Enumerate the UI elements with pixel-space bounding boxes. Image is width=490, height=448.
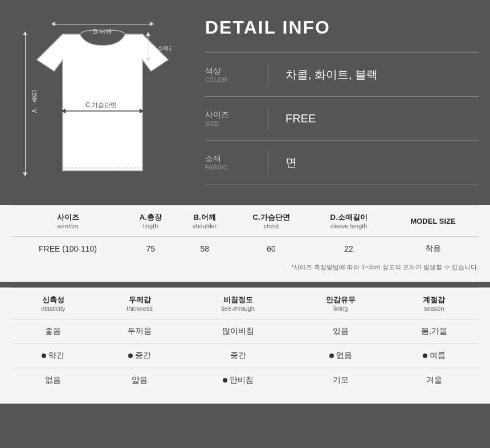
props-cell-1-3: 없음: [292, 344, 390, 368]
color-divider: [268, 63, 268, 86]
detail-title: DETAIL INFO: [205, 17, 479, 38]
props-cell-2-3: 기모: [292, 368, 390, 393]
props-row-0: 좋음 두꺼움 많이비침 있음 봄,가을: [11, 319, 479, 344]
props-th-ko-2: 비침정도: [189, 295, 287, 305]
size-table-header-2: B.어깨 shoulder: [177, 205, 232, 237]
props-cell-1-1: 중간: [95, 344, 184, 368]
props-cell-1-2: 중간: [184, 344, 292, 368]
props-header-3: 안감유무 lining: [292, 288, 390, 319]
arrow-head-right: [150, 22, 154, 26]
size-label-ko: 사이즈: [205, 110, 256, 120]
svg-text:D.소매길이: D.소매길이: [152, 45, 171, 51]
props-table-section: 신축성 elasticity 두께감 thickness 비침정도 see-th…: [0, 287, 490, 404]
props-row-2: 없음 얇음 안비침 기모 겨울: [11, 368, 479, 393]
arrow-head-left: [51, 22, 55, 26]
size-note: *사이즈 측정방법에 따라 1~3cm 정도의 오차가 발생할 수 있습니다.: [11, 261, 479, 276]
svg-marker-7: [146, 32, 150, 36]
h-line: [55, 24, 150, 24]
arrow-head-up: [23, 31, 27, 35]
props-cell-2-1: 얇음: [95, 368, 184, 393]
size-table-section: 사이즈 size/cm A.총장 lingth B.어깨 shoulder C.…: [0, 205, 490, 282]
th-ko-4: D.소매길이: [315, 212, 383, 223]
size-label: 사이즈 SIZE: [205, 110, 256, 127]
props-cell-0-2: 많이비침: [184, 319, 292, 344]
th-en-2: shoulder: [181, 223, 228, 229]
fabric-divider: [268, 151, 268, 174]
dot-icon: [423, 354, 427, 358]
size-value: FREE: [280, 112, 316, 125]
tshirt-diagram: B.어깨 A.총장: [17, 17, 188, 194]
fabric-label-en: FABRIC: [205, 164, 256, 171]
props-cell-1-0: 약간: [11, 344, 95, 368]
size-cell-1: 75: [124, 237, 177, 261]
color-label-ko: 색상: [205, 66, 256, 76]
color-row: 색상 COLOR 차콜, 화이트, 블랙: [205, 53, 479, 97]
detail-info: DETAIL INFO 색상 COLOR 차콜, 화이트, 블랙 사이즈 SIZ…: [205, 17, 479, 184]
tshirt-svg: C.가슴단면 D.소매길이: [34, 28, 171, 182]
props-th-en-1: thickness: [100, 305, 179, 312]
color-label: 색상 COLOR: [205, 66, 256, 83]
arrow-head-down: [23, 172, 27, 176]
svg-text:C.가슴단면: C.가슴단면: [85, 101, 117, 108]
size-table-row: FREE (100-110) 75 58 60 22 착용: [11, 237, 479, 261]
th-en-1: lingth: [129, 223, 172, 229]
props-cell-0-4: 봄,가을: [390, 319, 479, 344]
props-cell-2-4: 겨울: [390, 368, 479, 393]
size-cell-4: 22: [310, 237, 387, 261]
size-cell-0: FREE (100-110): [11, 237, 124, 261]
th-en-3: chest: [237, 223, 305, 229]
size-table-header-1: A.총장 lingth: [124, 205, 177, 237]
dot-icon: [42, 354, 46, 358]
size-table-header-5: MODEL SIZE: [387, 205, 479, 237]
size-table-header-4: D.소매길이 sleeve length: [310, 205, 387, 237]
dot-icon: [329, 354, 334, 358]
dot-icon: [128, 354, 133, 358]
props-th-en-2: see-through: [189, 305, 287, 312]
info-rows: 색상 COLOR 차콜, 화이트, 블랙 사이즈 SIZE FREE: [205, 52, 479, 184]
size-divider: [268, 107, 268, 130]
props-th-ko-1: 두께감: [100, 295, 179, 305]
th-ko-1: A.총장: [129, 212, 172, 223]
fabric-label-ko: 소재: [205, 154, 256, 164]
th-ko-3: C.가슴단면: [237, 212, 305, 223]
props-cell-0-3: 있음: [292, 319, 390, 344]
props-header-row: 신축성 elasticity 두께감 thickness 비침정도 see-th…: [11, 288, 479, 319]
tshirt-area: B.어깨 A.총장: [11, 17, 194, 194]
props-cell-1-4: 여름: [390, 344, 479, 368]
size-table-header-3: C.가슴단면 chest: [232, 205, 310, 237]
props-cell-0-1: 두꺼움: [95, 319, 184, 344]
props-header-1: 두께감 thickness: [95, 288, 184, 319]
top-section: B.어깨 A.총장: [0, 0, 490, 205]
props-th-en-0: elasticity: [16, 305, 91, 312]
main-container: B.어깨 A.총장: [0, 0, 490, 448]
th-ko-5: MODEL SIZE: [392, 217, 474, 225]
fabric-row: 소재 FABRIC 면: [205, 141, 479, 184]
size-cell-5: 착용: [387, 237, 479, 261]
props-header-4: 계절감 season: [390, 288, 479, 319]
fabric-label: 소재 FABRIC: [205, 154, 256, 171]
size-label-en: SIZE: [205, 120, 256, 127]
size-table: 사이즈 size/cm A.총장 lingth B.어깨 shoulder C.…: [11, 205, 479, 261]
size-table-header-0: 사이즈 size/cm: [11, 205, 124, 237]
props-header-0: 신축성 elasticity: [11, 288, 95, 319]
th-en-0: size/cm: [16, 223, 120, 229]
dot-icon: [223, 378, 227, 383]
props-row-1: 약간 중간 중간 없음 여름: [11, 344, 479, 368]
v-line: [25, 35, 26, 172]
th-ko-2: B.어깨: [181, 212, 228, 223]
props-header-2: 비침정도 see-through: [184, 288, 292, 319]
props-th-ko-4: 계절감: [394, 295, 474, 305]
size-cell-2: 58: [177, 237, 232, 261]
props-table: 신축성 elasticity 두께감 thickness 비침정도 see-th…: [11, 287, 479, 392]
props-cell-2-2: 안비침: [184, 368, 292, 393]
props-th-ko-3: 안감유무: [296, 295, 385, 305]
props-th-en-4: season: [394, 305, 474, 312]
th-en-4: sleeve length: [315, 223, 383, 229]
props-cell-0-0: 좋음: [11, 319, 95, 344]
props-th-ko-0: 신축성: [16, 295, 91, 305]
fabric-value: 면: [280, 155, 297, 170]
color-label-en: COLOR: [205, 76, 256, 83]
th-ko-0: 사이즈: [16, 212, 120, 223]
size-row: 사이즈 SIZE FREE: [205, 97, 479, 141]
props-cell-2-0: 없음: [11, 368, 95, 393]
